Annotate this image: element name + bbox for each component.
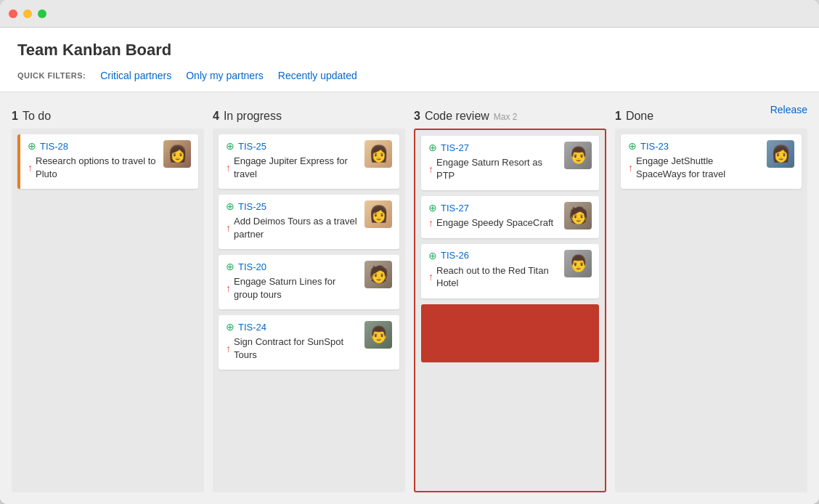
- card-text-tis25b: Add Deimos Tours as a travel partner: [234, 215, 359, 240]
- column-title-done: Done: [626, 110, 653, 123]
- main-window: Team Kanban Board QUICK FILTERS: Critica…: [0, 0, 819, 504]
- avatar-tis25a: 👩: [364, 140, 392, 168]
- column-body-code-review: ⊕ TIS-27 ↑ Engage Saturn Resort as PTP 👨: [414, 129, 606, 492]
- main-content: Team Kanban Board QUICK FILTERS: Critica…: [0, 28, 819, 504]
- priority-arrow-tis27b: ↑: [428, 217, 433, 229]
- column-count-code-review: 3: [414, 110, 420, 123]
- column-count-done: 1: [615, 110, 622, 123]
- card-text-tis25a: Engage Jupiter Express for travel: [234, 155, 359, 180]
- card-text-tis28: Research options to travel to Pluto: [36, 155, 158, 180]
- card-tis-27-b: ⊕ TIS-27 ↑ Engage Speedy SpaceCraft 🧑: [421, 196, 599, 238]
- column-body-done: ⊕ TIS-23 ↑ Engage JetShuttle SpaceWays f…: [615, 129, 807, 492]
- card-text-tis20: Engage Saturn Lines for group tours: [234, 275, 359, 301]
- column-code-review: 3 Code review Max 2 ⊕ TIS-27: [414, 110, 606, 492]
- priority-arrow-tis25b: ↑: [226, 222, 231, 234]
- avatar-tis23: 👩: [767, 140, 794, 168]
- card-tis-23: ⊕ TIS-23 ↑ Engage JetShuttle SpaceWays f…: [621, 134, 802, 189]
- card-tis-25-a: ⊕ TIS-25 ↑ Engage Jupiter Express for tr…: [219, 134, 399, 189]
- board-columns: 1 To do ⊕ TIS-28 ↑: [12, 110, 807, 492]
- card-text-tis24: Sign Contract for SunSpot Tours: [234, 336, 359, 361]
- card-tis-20: ⊕ TIS-20 ↑ Engage Saturn Lines for group…: [219, 255, 399, 309]
- card-text-tis27b: Engage Speedy SpaceCraft: [436, 216, 553, 229]
- maximize-dot[interactable]: [38, 9, 46, 18]
- column-body-in-progress: ⊕ TIS-25 ↑ Engage Jupiter Express for tr…: [213, 129, 405, 492]
- card-tis-28: ⊕ TIS-28 ↑ Research options to travel to…: [17, 134, 198, 189]
- add-icon-tis26: ⊕: [428, 250, 437, 261]
- board-area: Release 1 To do ⊕ TIS-28: [0, 92, 819, 504]
- card-id-tis20[interactable]: TIS-20: [238, 261, 266, 272]
- column-title-in-progress: In progress: [224, 110, 282, 123]
- avatar-tis25b: 👩: [364, 200, 392, 228]
- card-text-tis27a: Engage Saturn Resort as PTP: [436, 156, 558, 182]
- card-tis-26: ⊕ TIS-26 ↑ Reach out to the Red Titan Ho…: [421, 244, 599, 298]
- priority-arrow-tis27a: ↑: [428, 163, 433, 175]
- add-icon-tis28: ⊕: [28, 140, 36, 152]
- card-tis-24: ⊕ TIS-24 ↑ Sign Contract for SunSpot Tou…: [219, 315, 399, 370]
- minimize-dot[interactable]: [23, 9, 32, 18]
- column-header-todo: 1 To do: [12, 110, 204, 123]
- column-in-progress: 4 In progress ⊕ TIS-25 ↑: [213, 110, 405, 492]
- titlebar: [0, 0, 819, 28]
- card-id-tis27a[interactable]: TIS-27: [441, 142, 469, 153]
- card-id-tis24[interactable]: TIS-24: [238, 322, 266, 333]
- card-id-tis26[interactable]: TIS-26: [441, 250, 469, 261]
- card-text-tis26: Reach out to the Red Titan Hotel: [436, 264, 558, 290]
- column-max-code-review: Max 2: [494, 112, 518, 122]
- priority-arrow-tis25a: ↑: [226, 162, 231, 174]
- page-header: Team Kanban Board QUICK FILTERS: Critica…: [0, 28, 819, 92]
- priority-arrow-tis26: ↑: [428, 271, 433, 283]
- card-id-tis25a[interactable]: TIS-25: [238, 141, 266, 152]
- avatar-tis26: 👨: [564, 250, 592, 277]
- avatar-tis27b: 🧑: [564, 202, 592, 229]
- add-icon-tis23: ⊕: [628, 140, 637, 152]
- column-count-todo: 1: [12, 110, 18, 123]
- page-title: Team Kanban Board: [17, 41, 802, 60]
- release-button[interactable]: Release: [770, 104, 807, 115]
- card-id-tis28[interactable]: TIS-28: [40, 141, 68, 152]
- card-id-tis25b[interactable]: TIS-25: [238, 201, 266, 212]
- add-icon-tis27b: ⊕: [428, 202, 437, 214]
- priority-arrow-tis23: ↑: [628, 162, 633, 174]
- card-id-tis23[interactable]: TIS-23: [640, 141, 669, 152]
- column-body-todo: ⊕ TIS-28 ↑ Research options to travel to…: [12, 129, 204, 492]
- quick-filters-bar: QUICK FILTERS: Critical partners Only my…: [17, 68, 802, 83]
- column-header-in-progress: 4 In progress: [213, 110, 405, 123]
- column-header-code-review: 3 Code review Max 2: [414, 110, 606, 123]
- column-todo: 1 To do ⊕ TIS-28 ↑: [12, 110, 204, 492]
- column-count-in-progress: 4: [213, 110, 219, 123]
- add-icon-tis25b: ⊕: [226, 200, 235, 212]
- add-icon-tis27a: ⊕: [428, 142, 437, 153]
- column-done: 1 Done ⊕ TIS-23 ↑: [615, 110, 807, 492]
- column-title-code-review: Code review: [425, 110, 489, 123]
- close-dot[interactable]: [9, 9, 17, 18]
- priority-arrow-tis20: ↑: [226, 283, 231, 294]
- filter-only-my-partners[interactable]: Only my partners: [180, 68, 269, 83]
- overflow-indicator: [421, 304, 599, 362]
- priority-arrow-tis28: ↑: [28, 162, 33, 174]
- add-icon-tis24: ⊕: [226, 321, 235, 333]
- priority-arrow-tis24: ↑: [226, 343, 231, 354]
- filter-recently-updated[interactable]: Recently updated: [272, 68, 363, 83]
- filter-critical-partners[interactable]: Critical partners: [94, 68, 177, 83]
- avatar-tis27a: 👨: [564, 142, 592, 169]
- card-tis-27-a: ⊕ TIS-27 ↑ Engage Saturn Resort as PTP 👨: [421, 136, 599, 190]
- avatar-tis24: 👨: [364, 321, 392, 349]
- avatar-tis28: 👩: [163, 140, 191, 168]
- card-id-tis27b[interactable]: TIS-27: [441, 203, 469, 214]
- add-icon-tis25a: ⊕: [226, 140, 235, 152]
- add-icon-tis20: ⊕: [226, 261, 235, 272]
- avatar-tis20: 🧑: [364, 261, 392, 288]
- card-tis-25-b: ⊕ TIS-25 ↑ Add Deimos Tours as a travel …: [219, 195, 399, 249]
- column-title-todo: To do: [23, 110, 51, 123]
- card-text-tis23: Engage JetShuttle SpaceWays for travel: [636, 155, 761, 180]
- quick-filters-label: QUICK FILTERS:: [17, 71, 86, 80]
